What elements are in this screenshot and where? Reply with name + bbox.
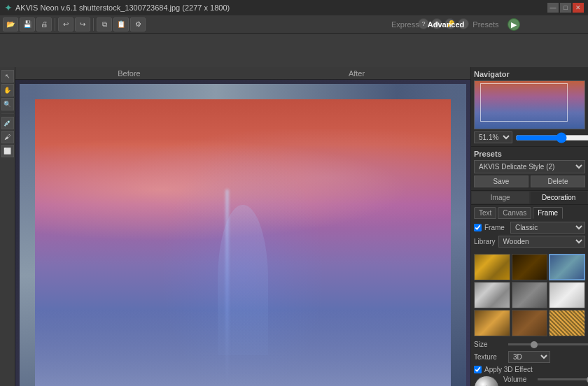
texture-row: Texture 3D Flat Matte — [474, 351, 585, 363]
frame-thumb-1[interactable] — [474, 254, 510, 280]
hand-tool[interactable]: ✋ — [1, 84, 14, 96]
main-area: ↖ ✋ 🔍 💉 🖌 ⬜ Before After — [0, 67, 588, 386]
frame-thumb-8[interactable] — [512, 310, 548, 336]
presets-tab[interactable]: Presets — [470, 19, 501, 30]
frame-thumb-5[interactable] — [512, 282, 548, 308]
maximize-button[interactable]: □ — [560, 3, 571, 13]
navigator-section: Navigator 51.1% 25% 50% 100% — [471, 67, 588, 147]
brush-tool[interactable]: 🖌 — [1, 131, 14, 143]
apply-3d-row: Apply 3D Effect — [474, 366, 585, 373]
frame-thumb-7[interactable] — [474, 310, 510, 336]
title-bar: ✦ AKVIS Neon v.6.1 shutterstock_13007236… — [0, 0, 588, 15]
image-tab[interactable]: Image — [471, 191, 530, 204]
fog-bottom — [35, 310, 451, 386]
print-button[interactable]: 🖨 — [36, 17, 52, 31]
navigator-title: Navigator — [474, 70, 585, 78]
presets-section: Presets AKVIS Delicate Style (2) Save De… — [471, 147, 588, 191]
before-label: Before — [15, 67, 243, 80]
frame-thumb-3[interactable] — [549, 254, 585, 280]
eraser-tool[interactable]: ⬜ — [1, 145, 14, 157]
frame-style-select[interactable]: Classic Artistic — [510, 222, 585, 234]
inner-image — [35, 99, 451, 386]
zoom-select[interactable]: 51.1% 25% 50% 100% — [474, 131, 512, 143]
texture-select[interactable]: 3D Flat Matte — [508, 351, 550, 363]
size-row: Size 27 — [474, 341, 585, 348]
zoom-row: 51.1% 25% 50% 100% — [474, 131, 585, 143]
library-select[interactable]: Wooden Metal Classic — [498, 236, 585, 248]
controls-section: Size 27 Texture 3D Flat Matte Apply 3D E… — [471, 338, 588, 386]
frame-thumb-2[interactable] — [512, 254, 548, 280]
cursor-tool[interactable]: ↖ — [1, 70, 14, 83]
right-panel: Navigator 51.1% 25% 50% 100% Presets AKV… — [470, 67, 588, 386]
toolbar-separator — [55, 18, 55, 31]
canvas-image[interactable] — [15, 80, 470, 386]
sub-tabs: Text Canvas Frame — [471, 205, 588, 219]
frame-label: Frame — [484, 224, 505, 231]
frame-section: Frame Classic Artistic Library Wooden Me… — [471, 219, 588, 252]
volume-slider[interactable] — [538, 378, 588, 380]
texture-label: Texture — [474, 353, 505, 361]
frame-thumb-9[interactable] — [549, 310, 585, 336]
preset-save-button[interactable]: Save — [474, 176, 528, 187]
copy-button[interactable]: ⧉ — [97, 17, 112, 31]
volume-row: Volume 50 — [503, 376, 588, 383]
redo-button[interactable]: ↪ — [75, 17, 90, 31]
frame-tab[interactable]: Frame — [533, 207, 563, 219]
settings-button[interactable]: ⚙ — [130, 17, 146, 31]
text-tab[interactable]: Text — [474, 207, 496, 219]
eyedropper-tool[interactable]: 💉 — [1, 117, 14, 129]
open-button[interactable]: 📂 — [3, 17, 18, 31]
sliders-group: Volume 50 Smooth Transition 0 Bevel Widt… — [503, 376, 588, 386]
size-label: Size — [474, 341, 505, 348]
presets-title: Presets — [474, 150, 585, 158]
save-button[interactable]: 💾 — [20, 17, 35, 31]
preset-buttons: Save Delete — [474, 176, 585, 187]
image-decoration-tabs: Image Decoration — [471, 191, 588, 205]
nav-indicator — [480, 83, 568, 121]
toolbar-separator-2 — [93, 18, 94, 31]
canvas-labels: Before After — [15, 67, 470, 80]
apply-3d-label: Apply 3D Effect — [484, 366, 533, 373]
undo-button[interactable]: ↩ — [58, 17, 74, 31]
canvas-tab[interactable]: Canvas — [498, 207, 531, 219]
run-button[interactable]: ▶ — [507, 18, 520, 31]
frame-thumb-4[interactable] — [474, 282, 510, 308]
library-row: Library Wooden Metal Classic — [474, 236, 585, 248]
minimize-button[interactable]: — — [547, 3, 559, 13]
express-tab[interactable]: Express — [388, 19, 422, 30]
window-controls[interactable]: — □ ✕ — [547, 3, 584, 13]
left-toolbar: ↖ ✋ 🔍 💉 🖌 ⬜ — [0, 67, 15, 386]
decoration-tab[interactable]: Decoration — [530, 191, 589, 204]
after-label: After — [243, 67, 470, 80]
toolbar: 📂 💾 🖨 ↩ ↪ ⧉ 📋 ⚙ Express Advanced Presets… — [0, 15, 588, 34]
library-label: Library — [474, 238, 496, 245]
frame-checkbox-row: Frame Classic Artistic — [474, 222, 585, 234]
navigator-thumbnail[interactable] — [474, 80, 585, 129]
paste-button[interactable]: 📋 — [113, 17, 129, 31]
close-button[interactable]: ✕ — [573, 3, 584, 13]
frame-thumb-6[interactable] — [549, 282, 585, 308]
title-left: ✦ AKVIS Neon v.6.1 shutterstock_13007236… — [4, 2, 230, 13]
zoom-tool[interactable]: 🔍 — [1, 98, 14, 110]
apply-3d-checkbox[interactable] — [474, 366, 482, 373]
tool-sep — [1, 113, 14, 114]
advanced-tab[interactable]: Advanced — [425, 19, 468, 30]
volume-3d-row: Volume 50 Smooth Transition 0 Bevel Widt… — [474, 376, 585, 386]
title-text: AKVIS Neon v.6.1 shutterstock_1300723684… — [15, 3, 230, 12]
3d-ball[interactable] — [474, 376, 499, 386]
volume-label: Volume — [503, 376, 535, 383]
frame-grid — [471, 252, 588, 338]
zoom-slider[interactable] — [515, 132, 588, 143]
size-slider[interactable] — [508, 343, 588, 345]
canvas-area: Before After — [15, 67, 470, 386]
frame-checkbox[interactable] — [474, 224, 482, 231]
preset-delete-button[interactable]: Delete — [531, 176, 585, 187]
preset-dropdown[interactable]: AKVIS Delicate Style (2) — [474, 160, 585, 173]
